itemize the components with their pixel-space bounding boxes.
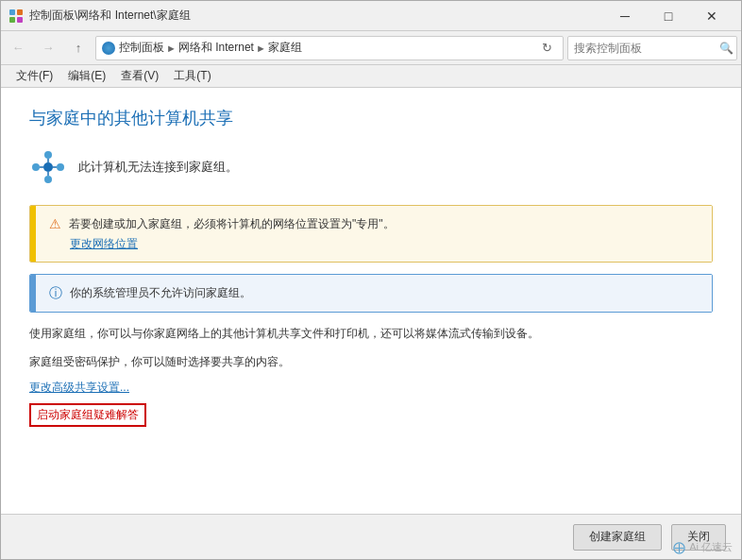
address-bar: 控制面板 ► 网络和 Internet ► 家庭组 ↻ — [95, 36, 564, 60]
info-row: ⓘ 你的系统管理员不允许访问家庭组。 — [49, 284, 699, 302]
menu-bar: 文件(F) 编辑(E) 查看(V) 工具(T) — [1, 65, 741, 88]
back-button[interactable]: ← — [5, 35, 31, 61]
svg-rect-0 — [9, 9, 15, 15]
info-text: 你的系统管理员不允许访问家庭组。 — [70, 284, 251, 301]
search-icon: 🔍 — [719, 42, 734, 55]
svg-point-5 — [44, 151, 52, 159]
breadcrumb-item-2[interactable]: 网络和 Internet — [178, 40, 254, 56]
svg-rect-2 — [9, 17, 15, 23]
window-icon — [8, 8, 24, 24]
troubleshoot-button[interactable]: 启动家庭组疑难解答 — [29, 403, 146, 427]
menu-view[interactable]: 查看(V) — [113, 66, 166, 86]
nav-bar: ← → ↑ 控制面板 ► 网络和 Internet ► 家庭组 ↻ 🔍 — [1, 31, 741, 65]
title-bar-left: 控制面板\网络和 Internet\家庭组 — [8, 8, 191, 24]
watermark: ⨁ Ai 亿速云 — [673, 540, 733, 554]
search-box[interactable]: 🔍 — [567, 36, 737, 60]
globe-icon — [102, 42, 115, 55]
menu-tools[interactable]: 工具(T) — [166, 66, 218, 86]
svg-rect-3 — [17, 17, 23, 23]
bottom-bar: 创建家庭组 关闭 — [1, 514, 741, 559]
advanced-sharing-link[interactable]: 更改高级共享设置... — [29, 380, 713, 396]
hg-message: 此计算机无法连接到家庭组。 — [78, 159, 238, 176]
breadcrumb-sep-1: ► — [166, 42, 177, 54]
refresh-button[interactable]: ↻ — [536, 38, 557, 59]
svg-point-6 — [44, 176, 52, 183]
title-bar: 控制面板\网络和 Internet\家庭组 ─ □ ✕ — [1, 1, 741, 31]
desc-text-1: 使用家庭组，你可以与你家庭网络上的其他计算机共享文件和打印机，还可以将媒体流式传… — [29, 324, 713, 345]
desc-text-2: 家庭组受密码保护，你可以随时选择要共享的内容。 — [29, 352, 713, 373]
breadcrumb-item-1[interactable]: 控制面板 — [119, 40, 164, 56]
svg-point-4 — [43, 162, 53, 172]
menu-edit[interactable]: 编辑(E) — [60, 66, 113, 86]
window-title: 控制面板\网络和 Internet\家庭组 — [29, 8, 191, 24]
search-input[interactable] — [574, 42, 716, 55]
warning-text: 若要创建或加入家庭组，必须将计算机的网络位置设置为"专用"。 — [69, 215, 395, 232]
homegroup-icon — [29, 148, 67, 186]
watermark-logo: ⨁ — [673, 540, 685, 554]
title-bar-controls: ─ □ ✕ — [603, 1, 734, 31]
address-segments: 控制面板 ► 网络和 Internet ► 家庭组 — [119, 40, 532, 56]
svg-point-7 — [32, 163, 40, 171]
warning-icon: ⚠ — [49, 216, 61, 231]
svg-rect-1 — [17, 9, 23, 15]
maximize-button[interactable]: □ — [647, 1, 690, 31]
content-area: 与家庭中的其他计算机共享 此计算机无法连接到家庭组。 — [1, 88, 741, 514]
breadcrumb-item-3[interactable]: 家庭组 — [268, 40, 302, 56]
page-title: 与家庭中的其他计算机共享 — [29, 107, 713, 129]
warning-row: ⚠ 若要创建或加入家庭组，必须将计算机的网络位置设置为"专用"。 — [49, 215, 699, 232]
watermark-text: Ai 亿速云 — [689, 540, 733, 554]
close-button[interactable]: ✕ — [690, 1, 734, 31]
window: 控制面板\网络和 Internet\家庭组 ─ □ ✕ ← → ↑ 控制面板 ►… — [0, 0, 742, 560]
info-icon: ⓘ — [49, 285, 62, 302]
warning-content: ⚠ 若要创建或加入家庭组，必须将计算机的网络位置设置为"专用"。 更改网络位置 — [36, 206, 712, 262]
menu-file[interactable]: 文件(F) — [8, 66, 60, 86]
hg-section: 此计算机无法连接到家庭组。 — [29, 148, 713, 186]
create-homegroup-button[interactable]: 创建家庭组 — [573, 524, 662, 551]
up-button[interactable]: ↑ — [65, 35, 92, 61]
minimize-button[interactable]: ─ — [603, 1, 647, 31]
breadcrumb-sep-2: ► — [256, 42, 266, 54]
forward-button[interactable]: → — [35, 35, 61, 61]
info-content: ⓘ 你的系统管理员不允许访问家庭组。 — [36, 275, 712, 312]
svg-point-8 — [57, 163, 64, 171]
change-network-link[interactable]: 更改网络位置 — [70, 236, 699, 252]
warning-box: ⚠ 若要创建或加入家庭组，必须将计算机的网络位置设置为"专用"。 更改网络位置 — [29, 205, 713, 263]
info-box: ⓘ 你的系统管理员不允许访问家庭组。 — [29, 274, 713, 313]
